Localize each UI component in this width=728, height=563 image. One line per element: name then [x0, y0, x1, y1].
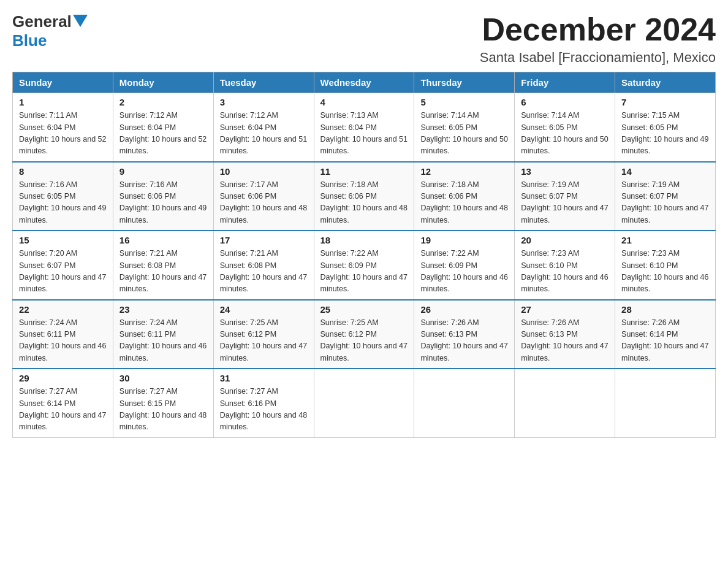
table-row — [414, 369, 515, 437]
page-header: General Blue December 2024 Santa Isabel … — [12, 12, 716, 66]
calendar-week-4: 22 Sunrise: 7:24 AMSunset: 6:11 PMDaylig… — [13, 300, 716, 369]
day-info: Sunrise: 7:18 AMSunset: 6:06 PMDaylight:… — [320, 179, 408, 227]
day-number: 9 — [119, 166, 207, 177]
table-row: 18 Sunrise: 7:22 AMSunset: 6:09 PMDaylig… — [314, 231, 414, 300]
calendar-week-5: 29 Sunrise: 7:27 AMSunset: 6:14 PMDaylig… — [13, 369, 716, 437]
day-info: Sunrise: 7:12 AMSunset: 6:04 PMDaylight:… — [119, 110, 207, 158]
day-info: Sunrise: 7:14 AMSunset: 6:05 PMDaylight:… — [521, 110, 609, 158]
table-row: 21 Sunrise: 7:23 AMSunset: 6:10 PMDaylig… — [615, 231, 716, 300]
table-row — [515, 369, 615, 437]
day-info: Sunrise: 7:24 AMSunset: 6:11 PMDaylight:… — [19, 317, 107, 365]
day-number: 29 — [19, 373, 107, 383]
day-number: 23 — [119, 304, 207, 315]
logo: General Blue — [12, 12, 88, 50]
day-number: 4 — [320, 97, 408, 107]
calendar-week-3: 15 Sunrise: 7:20 AMSunset: 6:07 PMDaylig… — [13, 231, 716, 300]
col-saturday: Saturday — [615, 72, 716, 93]
day-info: Sunrise: 7:11 AMSunset: 6:04 PMDaylight:… — [19, 110, 107, 158]
table-row: 13 Sunrise: 7:19 AMSunset: 6:07 PMDaylig… — [515, 162, 615, 231]
day-info: Sunrise: 7:15 AMSunset: 6:05 PMDaylight:… — [621, 110, 709, 158]
day-number: 28 — [621, 304, 709, 315]
day-info: Sunrise: 7:13 AMSunset: 6:04 PMDaylight:… — [320, 110, 408, 158]
table-row: 5 Sunrise: 7:14 AMSunset: 6:05 PMDayligh… — [414, 93, 515, 162]
day-number: 3 — [220, 97, 308, 107]
location-subtitle: Santa Isabel [Fraccionamiento], Mexico — [480, 50, 716, 66]
table-row — [314, 369, 414, 437]
day-info: Sunrise: 7:23 AMSunset: 6:10 PMDaylight:… — [521, 248, 609, 296]
col-friday: Friday — [515, 72, 615, 93]
day-number: 27 — [521, 304, 609, 315]
day-info: Sunrise: 7:26 AMSunset: 6:14 PMDaylight:… — [621, 317, 709, 365]
logo-triangle-icon — [73, 15, 88, 27]
table-row: 1 Sunrise: 7:11 AMSunset: 6:04 PMDayligh… — [13, 93, 113, 162]
col-thursday: Thursday — [414, 72, 515, 93]
table-row: 27 Sunrise: 7:26 AMSunset: 6:13 PMDaylig… — [515, 300, 615, 369]
day-info: Sunrise: 7:14 AMSunset: 6:05 PMDaylight:… — [420, 110, 508, 158]
table-row: 9 Sunrise: 7:16 AMSunset: 6:06 PMDayligh… — [113, 162, 213, 231]
day-info: Sunrise: 7:21 AMSunset: 6:08 PMDaylight:… — [119, 248, 207, 296]
day-number: 18 — [320, 235, 408, 245]
table-row: 19 Sunrise: 7:22 AMSunset: 6:09 PMDaylig… — [414, 231, 515, 300]
table-row: 6 Sunrise: 7:14 AMSunset: 6:05 PMDayligh… — [515, 93, 615, 162]
day-number: 24 — [220, 304, 308, 315]
day-info: Sunrise: 7:17 AMSunset: 6:06 PMDaylight:… — [220, 179, 308, 227]
day-info: Sunrise: 7:19 AMSunset: 6:07 PMDaylight:… — [621, 179, 709, 227]
day-number: 22 — [19, 304, 107, 315]
day-info: Sunrise: 7:18 AMSunset: 6:06 PMDaylight:… — [420, 179, 508, 227]
calendar-week-2: 8 Sunrise: 7:16 AMSunset: 6:05 PMDayligh… — [13, 162, 716, 231]
table-row: 10 Sunrise: 7:17 AMSunset: 6:06 PMDaylig… — [213, 162, 314, 231]
day-number: 19 — [420, 235, 508, 245]
day-number: 15 — [19, 235, 107, 245]
day-number: 12 — [420, 166, 508, 177]
day-number: 16 — [119, 235, 207, 245]
table-row: 20 Sunrise: 7:23 AMSunset: 6:10 PMDaylig… — [515, 231, 615, 300]
day-info: Sunrise: 7:26 AMSunset: 6:13 PMDaylight:… — [521, 317, 609, 365]
day-number: 21 — [621, 235, 709, 245]
day-number: 25 — [320, 304, 408, 315]
day-number: 13 — [521, 166, 609, 177]
day-info: Sunrise: 7:16 AMSunset: 6:06 PMDaylight:… — [119, 179, 207, 227]
table-row: 8 Sunrise: 7:16 AMSunset: 6:05 PMDayligh… — [13, 162, 113, 231]
day-number: 5 — [420, 97, 508, 107]
table-row: 3 Sunrise: 7:12 AMSunset: 6:04 PMDayligh… — [213, 93, 314, 162]
table-row: 31 Sunrise: 7:27 AMSunset: 6:16 PMDaylig… — [213, 369, 314, 437]
day-number: 10 — [220, 166, 308, 177]
day-info: Sunrise: 7:25 AMSunset: 6:12 PMDaylight:… — [320, 317, 408, 365]
table-row: 2 Sunrise: 7:12 AMSunset: 6:04 PMDayligh… — [113, 93, 213, 162]
day-info: Sunrise: 7:27 AMSunset: 6:14 PMDaylight:… — [19, 386, 107, 434]
day-number: 8 — [19, 166, 107, 177]
col-monday: Monday — [113, 72, 213, 93]
table-row: 28 Sunrise: 7:26 AMSunset: 6:14 PMDaylig… — [615, 300, 716, 369]
title-section: December 2024 Santa Isabel [Fraccionamie… — [480, 12, 716, 66]
logo-general-text: General — [12, 12, 72, 31]
calendar-table: Sunday Monday Tuesday Wednesday Thursday… — [12, 72, 716, 438]
table-row: 23 Sunrise: 7:24 AMSunset: 6:11 PMDaylig… — [113, 300, 213, 369]
day-number: 7 — [621, 97, 709, 107]
day-number: 14 — [621, 166, 709, 177]
day-number: 31 — [220, 373, 308, 383]
table-row: 24 Sunrise: 7:25 AMSunset: 6:12 PMDaylig… — [213, 300, 314, 369]
table-row: 11 Sunrise: 7:18 AMSunset: 6:06 PMDaylig… — [314, 162, 414, 231]
calendar-week-1: 1 Sunrise: 7:11 AMSunset: 6:04 PMDayligh… — [13, 93, 716, 162]
day-number: 30 — [119, 373, 207, 383]
table-row: 30 Sunrise: 7:27 AMSunset: 6:15 PMDaylig… — [113, 369, 213, 437]
table-row: 14 Sunrise: 7:19 AMSunset: 6:07 PMDaylig… — [615, 162, 716, 231]
day-number: 17 — [220, 235, 308, 245]
day-info: Sunrise: 7:25 AMSunset: 6:12 PMDaylight:… — [220, 317, 308, 365]
table-row: 25 Sunrise: 7:25 AMSunset: 6:12 PMDaylig… — [314, 300, 414, 369]
calendar-header-row: Sunday Monday Tuesday Wednesday Thursday… — [13, 72, 716, 93]
day-info: Sunrise: 7:24 AMSunset: 6:11 PMDaylight:… — [119, 317, 207, 365]
table-row: 29 Sunrise: 7:27 AMSunset: 6:14 PMDaylig… — [13, 369, 113, 437]
table-row: 17 Sunrise: 7:21 AMSunset: 6:08 PMDaylig… — [213, 231, 314, 300]
day-number: 6 — [521, 97, 609, 107]
table-row: 4 Sunrise: 7:13 AMSunset: 6:04 PMDayligh… — [314, 93, 414, 162]
table-row: 22 Sunrise: 7:24 AMSunset: 6:11 PMDaylig… — [13, 300, 113, 369]
col-sunday: Sunday — [13, 72, 113, 93]
day-info: Sunrise: 7:22 AMSunset: 6:09 PMDaylight:… — [420, 248, 508, 296]
table-row: 26 Sunrise: 7:26 AMSunset: 6:13 PMDaylig… — [414, 300, 515, 369]
day-info: Sunrise: 7:21 AMSunset: 6:08 PMDaylight:… — [220, 248, 308, 296]
col-tuesday: Tuesday — [213, 72, 314, 93]
table-row: 16 Sunrise: 7:21 AMSunset: 6:08 PMDaylig… — [113, 231, 213, 300]
day-number: 1 — [19, 97, 107, 107]
day-info: Sunrise: 7:16 AMSunset: 6:05 PMDaylight:… — [19, 179, 107, 227]
